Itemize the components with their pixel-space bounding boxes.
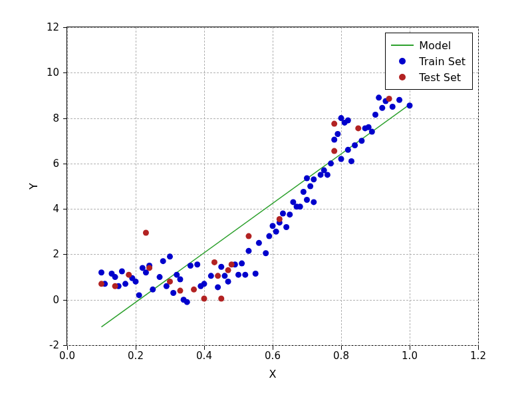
- legend-entry-model: Model: [391, 37, 466, 53]
- y-tick-label: 12: [47, 21, 59, 33]
- train-point: [325, 172, 331, 178]
- train-point: [122, 281, 128, 287]
- y-tick-label: 10: [47, 66, 59, 78]
- test-point: [229, 261, 235, 267]
- test-point: [112, 283, 118, 289]
- train-point: [263, 250, 269, 256]
- train-point: [98, 269, 104, 275]
- train-point: [390, 104, 396, 110]
- x-tick-label: 0.6: [265, 350, 281, 362]
- train-point: [287, 211, 293, 217]
- y-tick-label: 4: [53, 203, 59, 215]
- train-point: [266, 233, 272, 239]
- train-point: [331, 137, 337, 143]
- train-point: [235, 272, 241, 278]
- train-point: [239, 261, 245, 267]
- y-tick-label: 0: [53, 294, 59, 306]
- train-point: [245, 248, 251, 254]
- train-point: [201, 281, 207, 287]
- legend-label: Test Set: [419, 71, 461, 84]
- legend: Model Train Set Test Set: [385, 33, 473, 90]
- train-point: [280, 210, 286, 216]
- train-point: [376, 94, 382, 100]
- train-point: [270, 223, 276, 229]
- train-point: [256, 240, 262, 246]
- train-point: [160, 258, 166, 264]
- test-point: [146, 265, 152, 271]
- train-point: [396, 97, 402, 103]
- train-point: [133, 279, 139, 285]
- legend-dot-icon: [391, 55, 414, 68]
- train-point: [208, 273, 214, 279]
- train-point: [273, 229, 279, 235]
- y-tick-label: -2: [49, 339, 59, 351]
- train-point: [225, 279, 231, 285]
- test-point: [98, 281, 104, 287]
- train-point: [328, 160, 334, 166]
- test-point: [191, 287, 197, 293]
- train-point: [311, 176, 317, 182]
- test-point: [331, 148, 337, 154]
- train-point: [297, 203, 303, 209]
- train-point: [283, 224, 289, 230]
- test-point: [211, 259, 217, 265]
- train-point: [379, 105, 385, 111]
- test-point: [277, 216, 283, 222]
- train-point: [188, 263, 194, 269]
- train-point: [184, 299, 190, 305]
- test-point: [225, 267, 231, 273]
- train-point: [301, 189, 307, 195]
- train-point: [215, 284, 221, 290]
- legend-label: Model: [419, 39, 451, 52]
- train-point: [177, 276, 183, 282]
- test-point: [215, 273, 221, 279]
- train-point: [352, 142, 358, 148]
- axes: 0.00.20.40.60.81.01.2-2024681012 X Y Mod…: [66, 27, 479, 346]
- test-point: [126, 272, 132, 278]
- legend-entry-test: Test Set: [391, 69, 466, 85]
- train-point: [170, 290, 176, 296]
- train-point: [157, 274, 163, 280]
- train-point: [372, 112, 378, 118]
- train-point: [304, 176, 310, 182]
- test-point: [218, 296, 224, 302]
- train-point: [112, 274, 118, 280]
- y-tick-label: 2: [53, 248, 59, 260]
- train-point: [348, 158, 354, 164]
- test-point: [331, 121, 337, 127]
- y-axis-label: Y: [27, 183, 40, 190]
- legend-label: Train Set: [419, 55, 466, 68]
- x-tick-label: 0.8: [333, 350, 349, 362]
- legend-dot-icon: [391, 70, 414, 84]
- test-point: [355, 125, 361, 131]
- train-point: [334, 131, 340, 137]
- train-point: [136, 292, 142, 298]
- train-point: [253, 271, 259, 277]
- train-point: [242, 272, 248, 278]
- y-tick-label: 8: [53, 112, 59, 124]
- figure: 0.00.20.40.60.81.01.2-2024681012 X Y Mod…: [0, 0, 532, 399]
- train-point: [119, 269, 125, 275]
- legend-line-icon: [391, 39, 414, 52]
- train-point: [345, 117, 351, 123]
- x-tick-label: 0.4: [196, 350, 212, 362]
- test-point: [167, 279, 173, 285]
- train-point: [407, 102, 413, 108]
- x-tick-label: 1.2: [470, 350, 486, 362]
- x-tick-label: 0.2: [128, 350, 144, 362]
- train-point: [150, 287, 156, 293]
- model-line: [102, 104, 410, 327]
- test-point: [386, 96, 392, 102]
- train-point: [304, 197, 310, 203]
- legend-entry-train: Train Set: [391, 53, 466, 69]
- train-point: [194, 261, 200, 267]
- test-point: [143, 229, 149, 235]
- test-point: [201, 296, 207, 302]
- y-tick-label: 6: [53, 158, 59, 170]
- train-point: [338, 156, 344, 162]
- x-tick-label: 1.0: [402, 350, 418, 362]
- train-point: [167, 253, 173, 259]
- x-tick-label: 0.0: [59, 350, 75, 362]
- train-point: [307, 184, 313, 190]
- train-point: [345, 147, 351, 153]
